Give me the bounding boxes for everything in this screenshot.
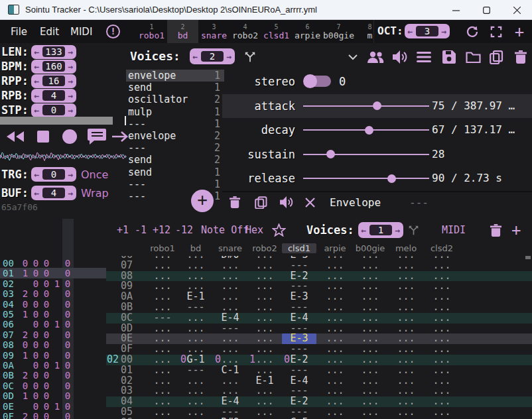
param-row-stereo[interactable]: stereo0	[222, 70, 532, 94]
order-cell[interactable]: 0	[41, 339, 52, 350]
chevron-down-icon[interactable]	[346, 50, 360, 64]
trg-row-decrement[interactable]: ←	[31, 170, 42, 180]
unit-row-dashdashdash[interactable]: ---2	[126, 142, 224, 154]
param-row-sustain[interactable]: sustain28	[222, 143, 532, 167]
order-cell[interactable]: 0	[31, 360, 41, 371]
order-row-07[interactable]: 072000	[0, 329, 106, 339]
rpb-value[interactable]: 4	[42, 90, 65, 101]
order-cell[interactable]: 0	[31, 370, 41, 381]
stop-button[interactable]	[37, 127, 49, 146]
order-cell[interactable]: 0	[31, 278, 41, 289]
stp-increment[interactable]: →	[65, 105, 76, 115]
track-voices-value[interactable]: 1	[369, 225, 392, 235]
pattern-track-header-robo1[interactable]: robo1	[145, 243, 180, 253]
order-cell[interactable]: 0	[41, 288, 52, 299]
unit-row-mulp[interactable]: mulp1	[126, 106, 224, 118]
maximize-button[interactable]	[471, 0, 501, 20]
len-value[interactable]: 133	[42, 46, 65, 57]
order-cell[interactable]: 0	[31, 401, 41, 412]
track-voices-spinner[interactable]: ←1→	[358, 217, 403, 243]
pattern-track-header-clsd2[interactable]: clsd2	[425, 243, 459, 253]
order-cell[interactable]: 0	[31, 268, 41, 278]
order-cell[interactable]: 2	[20, 411, 31, 419]
order-cell[interactable]: 1	[52, 278, 62, 289]
trg-row-increment[interactable]: →	[65, 170, 76, 180]
copy-icon[interactable]	[487, 50, 505, 64]
order-cell[interactable]: 0	[31, 390, 41, 401]
order-row-0F[interactable]: 0F2000	[0, 411, 106, 419]
menu-icon[interactable]	[415, 50, 432, 64]
order-cell[interactable]: 1	[20, 350, 31, 361]
unit-row-dashdashdash[interactable]: ---1	[126, 178, 224, 190]
order-cell[interactable]: 0	[41, 299, 52, 310]
trash-icon[interactable]	[490, 217, 501, 243]
tab-instrument-clsd1[interactable]: 5clsd1	[261, 20, 292, 43]
buf-row-decrement[interactable]: ←	[31, 188, 42, 198]
folder-icon[interactable]	[464, 50, 482, 64]
buf-row-mode[interactable]: Wrap	[81, 187, 109, 200]
order-cell[interactable]: 0	[62, 370, 73, 381]
param-row-decay[interactable]: decay67 / 137.17 …	[222, 118, 532, 143]
order-cell[interactable]: 2	[20, 329, 31, 340]
note-off-button[interactable]: Note Off	[201, 217, 249, 243]
pattern-track-header-snare[interactable]: snare	[213, 243, 247, 253]
order-cell[interactable]: 0	[31, 288, 41, 299]
order-cell[interactable]: 0	[20, 258, 31, 269]
order-cell[interactable]: 0	[31, 339, 41, 350]
copy-icon[interactable]	[255, 195, 267, 210]
close-icon[interactable]	[305, 195, 315, 210]
order-row-02[interactable]: 020010	[0, 278, 106, 288]
tab-instrument-bd[interactable]: 2bd	[167, 20, 198, 43]
stp-decrement[interactable]: ←	[31, 105, 42, 115]
order-cell[interactable]: 2	[20, 288, 31, 299]
order-cell[interactable]: 1	[20, 309, 31, 320]
order-cell[interactable]: 0	[31, 309, 41, 320]
order-cell[interactable]: 0	[62, 278, 73, 289]
param-row-release[interactable]: release90 / 2.73 s	[222, 166, 532, 191]
stp-value[interactable]: 0	[42, 105, 65, 115]
order-cell[interactable]: 1	[20, 390, 31, 401]
order-cell[interactable]: 0	[31, 258, 41, 269]
trash-icon[interactable]	[230, 195, 240, 210]
order-row-03[interactable]: 032000	[0, 288, 106, 298]
order-cell[interactable]: 1	[52, 360, 62, 371]
slider-track[interactable]	[303, 178, 429, 179]
pattern-track-header-b00gie[interactable]: b00gie	[353, 243, 387, 253]
menu-midi[interactable]: MIDI	[70, 20, 92, 43]
order-row-0B[interactable]: 0B2000	[0, 370, 106, 380]
voices-decrement[interactable]: ←	[190, 52, 201, 62]
order-cell[interactable]: 1	[52, 319, 62, 329]
unit-row-send[interactable]: send1	[126, 82, 224, 93]
order-cell[interactable]: 0	[41, 411, 52, 419]
midi-button[interactable]: MIDI	[442, 217, 466, 243]
len-decrement[interactable]: ←	[31, 47, 42, 57]
voices-increment[interactable]: →	[224, 52, 235, 62]
order-row-04[interactable]: 040000	[0, 299, 106, 309]
expand-icon[interactable]	[487, 20, 505, 43]
order-row-05[interactable]: 051000	[0, 309, 106, 319]
order-cell[interactable]: 0	[41, 268, 52, 278]
order-cell[interactable]: 2	[20, 370, 31, 381]
unit-row-dashdashdash[interactable]: ---1	[126, 118, 224, 130]
tab-instrument-robo2[interactable]: 4robo2	[230, 20, 261, 43]
close-button[interactable]	[501, 0, 532, 20]
order-cell[interactable]: 0	[41, 319, 52, 329]
order-row-06[interactable]: 060010	[0, 319, 106, 329]
order-cell[interactable]: 0	[20, 299, 31, 310]
octave-spinner[interactable]: ←3→	[405, 24, 450, 38]
order-cell[interactable]: 0	[62, 411, 73, 419]
buf-row-increment[interactable]: →	[65, 188, 76, 198]
order-cell[interactable]: 1	[52, 401, 62, 412]
unit-comment[interactable]: ---	[409, 196, 429, 209]
rpb-increment[interactable]: →	[65, 91, 76, 101]
octave-value[interactable]: 3	[416, 26, 438, 36]
song-progress-bar[interactable]	[0, 117, 113, 125]
order-cell[interactable]: 0	[41, 381, 52, 391]
order-cell[interactable]: 0	[41, 309, 52, 320]
record-button[interactable]	[62, 127, 77, 146]
tab-instrument-snare[interactable]: 3snare	[198, 20, 230, 43]
pattern-track-header-clsd1[interactable]: clsd1	[282, 243, 316, 253]
unit-row-send[interactable]: send1	[126, 166, 224, 178]
order-cell[interactable]: 0	[62, 268, 73, 278]
order-cell[interactable]: 0	[41, 401, 52, 412]
